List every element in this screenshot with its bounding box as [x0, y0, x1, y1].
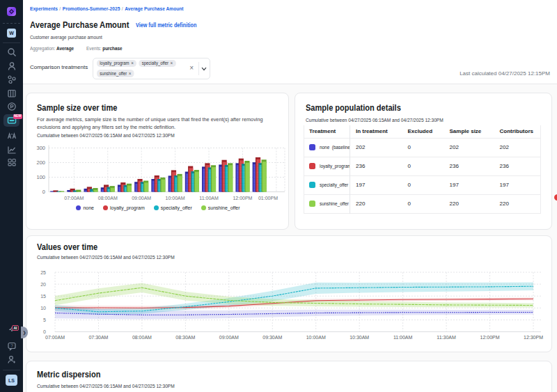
treatment-name: loyalty_program [320, 163, 350, 169]
avatar[interactable]: LS [6, 375, 17, 386]
axis-label: 12:00PM [233, 196, 252, 201]
axis-label: 10:30AM [350, 335, 369, 340]
axis-label: 09:00AM [132, 196, 151, 201]
axis-label: 08:30AM [175, 335, 195, 340]
table-cell: 202 [350, 138, 402, 157]
table-cell: 220 [494, 194, 541, 213]
last-calculated: Last calculated 04/27/2025 12:15PM [460, 70, 550, 77]
treatment-chip[interactable]: specialty_offer× [139, 60, 176, 68]
axis-label: 12:00PM [480, 335, 500, 340]
axis-label: 0 [42, 189, 45, 195]
breadcrumb-item[interactable]: Average Purchase Amount [125, 6, 183, 12]
legend-item[interactable]: none [76, 205, 94, 210]
sidebar-item-ab-test[interactable] [0, 130, 23, 142]
sidebar-item-grid[interactable] [0, 156, 23, 168]
treatment-chip[interactable]: sunshine_offer× [97, 70, 134, 77]
sidebar-item-invite-user[interactable] [0, 353, 23, 366]
sidebar-item-pulse[interactable] [0, 100, 23, 113]
treatment-color-swatch [309, 163, 315, 169]
treatment-color-swatch [309, 144, 315, 150]
sidebar-item-nodes[interactable] [0, 73, 23, 86]
sample-size-bar-chart: 010020030007:00AM08:00AM09:00AM10:00AM11… [26, 142, 290, 206]
table-row: specialty_offer1970197197 [304, 175, 541, 194]
sidebar-divider [3, 370, 20, 370]
sidebar-item-metrics-chart[interactable] [0, 143, 23, 156]
aggregation-label: Aggregation: [30, 45, 55, 52]
breadcrumb-item[interactable]: Experiments [30, 6, 58, 12]
bar [60, 191, 64, 192]
sidebar-item-help-chat[interactable]: ? [0, 340, 23, 352]
grid-icon [6, 157, 17, 168]
breadcrumb-item[interactable]: Promotions-Summer-2025 [63, 6, 120, 12]
bar [77, 191, 81, 192]
treatment-chip[interactable]: loyalty_program× [97, 60, 136, 68]
legend-dot [103, 205, 108, 210]
statsig-logo[interactable] [7, 7, 16, 16]
legend-item[interactable]: loyalty_program [103, 205, 145, 210]
treatment-color-swatch [309, 201, 315, 207]
help-chat-icon: ? [6, 340, 17, 352]
sidebar-item-user[interactable] [0, 60, 23, 72]
table-cell: 236 [350, 157, 402, 175]
legend-dot [201, 205, 206, 210]
treatment-chip-label: sunshine_offer [100, 71, 127, 76]
sidebar-item-columns[interactable] [0, 87, 23, 100]
table-cell: 0 [402, 157, 444, 175]
axis-label: 15 [40, 294, 46, 299]
cumulative-range: Cumulative between 04/27/2025 06:15AM an… [37, 383, 175, 389]
axis-label: 09:00AM [219, 335, 239, 340]
axis-label: 300 [36, 145, 45, 151]
table-cell: 220 [444, 194, 494, 213]
clear-selection-icon[interactable]: × [189, 64, 194, 72]
axis-label: 09:30AM [262, 335, 282, 340]
metrics-chart-icon [6, 144, 17, 155]
comparison-treatments-label: Comparison treatments [30, 64, 88, 70]
bar [246, 163, 250, 192]
table-cell: 202 [494, 138, 541, 157]
chevron-down-icon[interactable] [201, 66, 207, 72]
nodes-icon [6, 74, 17, 85]
axis-label: 20 [40, 282, 46, 287]
page-title: Average Purchase Amount [30, 19, 129, 30]
app-window: W NEW AI ? LS ❯ Experiments/Promotions-S… [0, 0, 557, 392]
content-area: Sample size over time For average metric… [23, 84, 557, 392]
events-label: Events: [86, 45, 101, 52]
table-row: none (baseline)2020202202 [304, 138, 541, 157]
treatment-color-swatch [309, 182, 315, 188]
view-metric-definition-link[interactable]: View full metric definition [136, 22, 196, 29]
main-area: Experiments/Promotions-Summer-2025/Avera… [23, 0, 557, 392]
legend-item[interactable]: specialty_offer [154, 205, 192, 210]
table-cell: 197 [444, 175, 494, 194]
sidebar-divider [3, 42, 20, 43]
legend-label: loyalty_program [110, 205, 145, 210]
treatment-chip-label: loyalty_program [100, 61, 129, 65]
table-cell: 202 [444, 138, 494, 157]
workspace-badge[interactable]: W [7, 29, 16, 38]
treatment-name: none (baseline) [320, 144, 350, 150]
bar [195, 172, 199, 192]
sidebar-item-search[interactable] [0, 46, 23, 58]
card-description: For average metrics, sample size is the … [37, 116, 266, 131]
chip-remove-icon[interactable]: × [131, 60, 134, 66]
aggregation-value: Average [56, 45, 74, 52]
legend-item[interactable]: sunshine_offer [201, 205, 240, 210]
axis-label: 08:00AM [98, 196, 118, 201]
ai-badge: AI [12, 325, 19, 331]
table-cell: 0 [402, 138, 444, 157]
table-cell: 197 [494, 175, 541, 194]
cumulative-range: Cumulative between 04/27/2025 06:15AM an… [306, 117, 444, 123]
legend-dot [76, 205, 81, 210]
population-table: TreatmentIn treatmentExcludedSample size… [304, 125, 541, 214]
table-row: sunshine_offer2200220220 [304, 194, 541, 213]
search-icon [6, 47, 17, 58]
card-title: Values over time [37, 242, 97, 252]
legend-label: specialty_offer [161, 205, 192, 210]
table-cell: 197 [350, 175, 402, 194]
chip-remove-icon[interactable]: × [171, 60, 173, 66]
chip-remove-icon[interactable]: × [129, 70, 132, 77]
treatments-select[interactable]: loyalty_program×specialty_offer×sunshine… [93, 58, 210, 79]
sidebar-divider [3, 23, 20, 24]
select-divider [198, 62, 199, 75]
table-cell: 236 [444, 157, 494, 175]
breadcrumb: Experiments/Promotions-Summer-2025/Avera… [30, 6, 184, 12]
